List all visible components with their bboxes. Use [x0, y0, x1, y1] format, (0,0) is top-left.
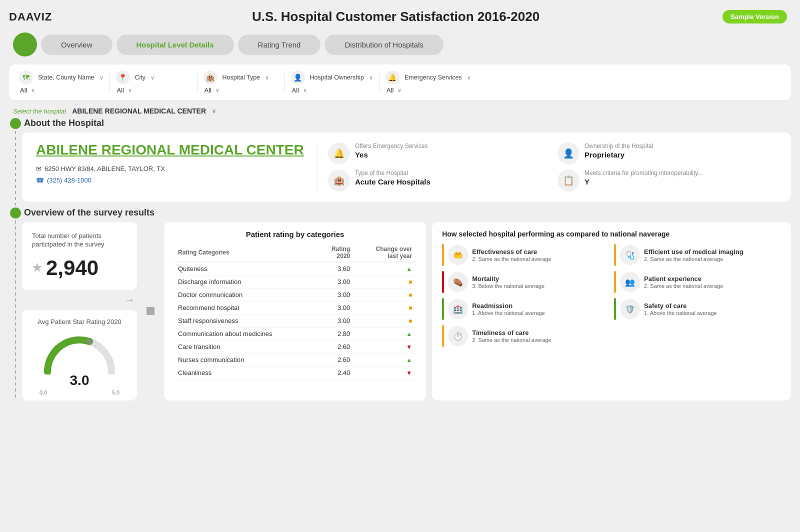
about-section-dot [10, 118, 21, 129]
category-cell: Quiteness [174, 262, 317, 276]
gauge-min: 0.0 [40, 390, 47, 396]
perf-item-name: Safety of care [644, 302, 717, 310]
perf-icon: 🩺 [620, 245, 640, 265]
tab-rating-trend[interactable]: Rating Trend [238, 34, 321, 55]
star-icon: ★ [32, 262, 42, 274]
survey-cards-row: Total number of patients participated in… [22, 222, 791, 400]
performance-item: 🛡️ Safety of care 1. Above the national … [614, 298, 781, 320]
hospital-name: ABILENE REGIONAL MEDICAL CENTER [36, 142, 306, 158]
perf-bar [614, 244, 616, 266]
tab-distribution[interactable]: Distribution of Hospitals [324, 34, 444, 55]
perf-item-status: 2. Same as the national average [472, 337, 551, 343]
col-category: Rating Categories [174, 244, 317, 262]
hospital-ownership-value[interactable]: All [292, 86, 299, 94]
rating-card: Patient rating by categories Rating Cate… [164, 222, 426, 400]
col-change: Change overlast year [354, 244, 416, 262]
table-row: Staff responsiveness 3.00 ■ [174, 314, 416, 328]
sample-badge: Sample Version [722, 10, 787, 24]
perf-title: How selected hospital performing as comp… [442, 230, 781, 238]
ownership-icon: 👤 [558, 142, 580, 164]
type-item: 🏨 Type of the Hospital Acute Care Hospit… [328, 170, 548, 192]
performance-item: 🩺 Efficient use of medical imaging 2. Sa… [614, 244, 781, 266]
hospital-ownership-icon: 👤 [291, 70, 305, 84]
survey-line-col [9, 208, 22, 400]
content-area: About the Hospital ABILENE REGIONAL MEDI… [5, 118, 795, 404]
gauge-card: Avg Patient Star Rating 2020 3.0 [22, 310, 137, 400]
trend-cell: ▲ [354, 262, 416, 276]
rating-card-title: Patient rating by categories [174, 230, 416, 238]
svg-point-0 [87, 339, 92, 344]
rating-cell: 3.00 [317, 314, 354, 328]
performance-item: 🏥 Readmission 1. Above the national aver… [442, 298, 609, 320]
filter-state-county: 🗺 State, County Name ∨ All ∨ [19, 70, 104, 94]
city-icon: 📍 [116, 70, 130, 84]
city-value[interactable]: All [117, 86, 124, 94]
table-row: Nurses communication 2.60 ▲ [174, 354, 416, 366]
category-cell: Nurses communication [174, 354, 317, 366]
emergency-services-item: 🔔 Offers Emergency Services Yes [328, 142, 548, 164]
emergency-value[interactable]: All [386, 86, 394, 94]
about-section: About the Hospital ABILENE REGIONAL MEDI… [9, 118, 791, 208]
category-cell: Staff responsiveness [174, 314, 317, 328]
trend-cell: ■ [354, 314, 416, 328]
phone-icon: ☎ [36, 176, 44, 184]
filter-divider-4 [379, 72, 380, 92]
hospital-type-label: Hospital Type [222, 74, 260, 81]
category-cell: Communication about medicines [174, 328, 317, 340]
nav-green-dot[interactable] [13, 32, 37, 56]
type-icon: 🏨 [328, 170, 350, 192]
survey-section: Overview of the survey results Total num… [9, 208, 791, 400]
city-label: City [135, 74, 146, 81]
trend-cell: ■ [354, 302, 416, 314]
perf-icon: 🤲 [448, 245, 468, 265]
about-section-title: About the Hospital [24, 118, 104, 128]
perf-bar [442, 244, 444, 266]
hospital-dropdown[interactable]: ABILENE REGIONAL MEDICAL CENTER ∨ [72, 107, 216, 115]
gauge-title: Avg Patient Star Rating 2020 [38, 318, 121, 326]
type-value: Acute Care Hospitals [355, 178, 430, 186]
nav-tabs: Overview Hospital Level Details Rating T… [5, 28, 795, 60]
hospital-dropdown-chevron: ∨ [212, 108, 216, 114]
selected-hospital-name: ABILENE REGIONAL MEDICAL CENTER [72, 107, 206, 115]
rating-cell: 2.40 [317, 366, 354, 380]
perf-item-name: Readmission [472, 302, 545, 310]
hospital-address: ✉ 6250 HWY 83/84, ABILENE, TAYLOR, TX [36, 165, 306, 172]
hospital-phone[interactable]: ☎ (325) 428-1000 [36, 176, 306, 184]
tab-hospital-level[interactable]: Hospital Level Details [116, 34, 234, 55]
survey-content: Overview of the survey results Total num… [22, 208, 791, 400]
brand-logo: DAAVIZ [9, 10, 69, 24]
address-text: 6250 HWY 83/84, ABILENE, TAYLOR, TX [44, 165, 165, 172]
tab-overview[interactable]: Overview [41, 34, 112, 55]
perf-item-name: Patient experience [644, 275, 723, 282]
hospital-type-value[interactable]: All [204, 86, 212, 94]
patient-count-label: Total number of patients participated in… [32, 232, 127, 249]
performance-item: 🤲 Effectiveness of care 2. Same as the n… [442, 244, 609, 266]
hospital-card: ABILENE REGIONAL MEDICAL CENTER ✉ 6250 H… [22, 132, 791, 202]
rating-cell: 2.80 [317, 328, 354, 340]
filter-divider-2 [197, 72, 198, 92]
filter-hospital-ownership: 👤 Hospital Ownership ∨ All ∨ [291, 70, 373, 94]
trend-cell: ■ [354, 276, 416, 288]
state-county-value[interactable]: All [20, 86, 27, 94]
rating-cell: 2.60 [317, 340, 354, 354]
hospital-type-icon: 🏨 [204, 70, 218, 84]
performance-item: ⏱️ Timeliness of care 2. Same as the nat… [442, 325, 609, 347]
interop-item: 📋 Meets criteria for promoting interoper… [558, 170, 777, 192]
interop-value: Y [584, 178, 703, 186]
gauge-max: 5.0 [112, 390, 120, 396]
perf-bar [614, 298, 616, 320]
mail-icon: ✉ [36, 165, 42, 172]
perf-item-status: 3. Below the national average [472, 283, 544, 289]
perf-item-status: 2. Same as the national average [644, 256, 744, 262]
category-cell: Cleanliness [174, 366, 317, 380]
category-cell: Care transition [174, 340, 317, 354]
table-row: Recommend hospital 3.00 ■ [174, 302, 416, 314]
table-row: Discharge information 3.00 ■ [174, 276, 416, 288]
patient-count-card: Total number of patients participated in… [22, 222, 137, 290]
filter-city: 📍 City ∨ All ∨ [116, 70, 191, 94]
about-section-header: About the Hospital [22, 118, 791, 128]
table-row: Care transition 2.60 ▼ [174, 340, 416, 354]
state-icon: 🗺 [19, 70, 33, 84]
patient-count-value: ★ 2,940 [32, 256, 127, 280]
interop-label: Meets criteria for promoting interoperab… [584, 170, 703, 176]
